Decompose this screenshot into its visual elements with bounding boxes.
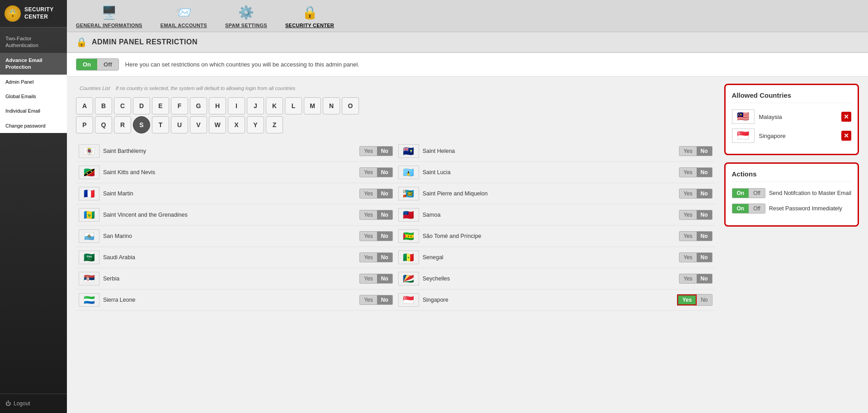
security-center-icon: 🔒 — [5, 5, 21, 22]
yes-button[interactable]: Yes — [360, 295, 377, 304]
country-flag: 🇵🇲 — [398, 187, 419, 200]
yes-button[interactable]: Yes — [360, 210, 377, 219]
nav-email-accounts[interactable]: 📨 Email Accounts — [160, 4, 207, 28]
alpha-btn-e[interactable]: E — [152, 97, 169, 114]
no-button[interactable]: No — [697, 232, 712, 241]
alpha-btn-y[interactable]: Y — [247, 116, 264, 133]
alpha-btn-m[interactable]: M — [304, 97, 321, 114]
actions-list: OnOffSend Notifcation to Master EmailOnO… — [732, 188, 852, 214]
yes-no-toggle: YesNo — [359, 146, 393, 156]
no-button[interactable]: No — [377, 168, 392, 177]
allowed-countries-panel: Allowed Countries 🇲🇾Malaysia✕🇸🇬Singapore… — [724, 84, 859, 155]
nav-security-center[interactable]: 🔒 Security Center — [285, 4, 334, 28]
yes-button[interactable]: Yes — [360, 253, 377, 262]
yes-button[interactable]: Yes — [360, 232, 377, 241]
no-button[interactable]: No — [377, 295, 392, 304]
logout-button[interactable]: ⏻ Logout — [0, 394, 67, 413]
alpha-btn-w[interactable]: W — [209, 116, 226, 133]
country-name: Singapore — [423, 297, 674, 303]
alpha-btn-q[interactable]: Q — [95, 116, 112, 133]
yes-button[interactable]: Yes — [679, 210, 697, 219]
country-entry: 🇸🇳SenegalYesNo — [396, 247, 715, 268]
country-list-scroll: 🇧🇱Saint BarthélemyYesNo🇸🇭Saint HelenaYes… — [76, 141, 715, 311]
alpha-btn-z[interactable]: Z — [266, 116, 283, 133]
country-flag: 🇧🇱 — [79, 144, 99, 158]
yes-button[interactable]: Yes — [679, 147, 697, 156]
yes-button[interactable]: Yes — [679, 232, 697, 241]
no-button[interactable]: No — [377, 147, 392, 156]
yes-button[interactable]: Yes — [360, 274, 377, 283]
sidebar-item-individual-email[interactable]: Individual Email — [0, 104, 67, 118]
action-label: Reset Password Immediately — [769, 205, 851, 212]
no-button[interactable]: No — [697, 274, 712, 283]
no-button[interactable]: No — [697, 147, 712, 156]
alpha-btn-x[interactable]: X — [228, 116, 245, 133]
alpha-btn-d[interactable]: D — [133, 97, 150, 114]
allowed-countries-list: 🇲🇾Malaysia✕🇸🇬Singapore✕ — [732, 109, 852, 143]
no-button[interactable]: No — [697, 168, 712, 177]
alpha-btn-i[interactable]: I — [228, 97, 245, 114]
yes-button[interactable]: Yes — [679, 189, 697, 198]
alpha-btn-c[interactable]: C — [114, 97, 131, 114]
sidebar-item-change-password[interactable]: Change password — [0, 119, 67, 133]
alpha-btn-g[interactable]: G — [190, 97, 207, 114]
lock-icon: 🔒 — [76, 37, 87, 47]
alpha-btn-u[interactable]: U — [171, 116, 188, 133]
no-button[interactable]: No — [377, 253, 392, 262]
alpha-btn-k[interactable]: K — [266, 97, 283, 114]
on-off-toggle: On Off — [76, 58, 119, 71]
alpha-btn-a[interactable]: A — [76, 97, 93, 114]
nav-spam-settings[interactable]: ⚙️ Spam Settings — [225, 4, 267, 28]
yes-button[interactable]: Yes — [679, 168, 697, 177]
alpha-btn-p[interactable]: P — [76, 116, 93, 133]
yes-button[interactable]: Yes — [360, 189, 377, 198]
toggle-on-button[interactable]: On — [76, 59, 97, 70]
alpha-btn-s[interactable]: S — [133, 116, 150, 133]
sidebar-item-global-emails[interactable]: Global Emails — [0, 89, 67, 104]
country-pair: 🇻🇨Saint Vincent and the GrenadinesYesNo🇼… — [76, 204, 715, 226]
yes-button[interactable]: Yes — [360, 168, 377, 177]
country-flag: 🇸🇦 — [79, 251, 99, 264]
action-on-button[interactable]: On — [732, 204, 749, 213]
alpha-btn-t[interactable]: T — [152, 116, 169, 133]
no-button[interactable]: No — [697, 210, 712, 219]
no-button[interactable]: No — [697, 294, 712, 305]
remove-country-button[interactable]: ✕ — [841, 112, 851, 122]
action-off-button[interactable]: Off — [749, 189, 765, 198]
yes-button[interactable]: Yes — [360, 147, 377, 156]
nav-email-label: Email Accounts — [160, 23, 207, 28]
nav-general-informations[interactable]: 🖥️ General Informations — [76, 4, 142, 28]
country-flag: 🇲🇫 — [79, 187, 99, 200]
yes-button[interactable]: Yes — [677, 294, 697, 305]
alpha-btn-o[interactable]: O — [342, 97, 359, 114]
alpha-btn-v[interactable]: V — [190, 116, 207, 133]
no-button[interactable]: No — [377, 210, 392, 219]
country-rows: 🇧🇱Saint BarthélemyYesNo🇸🇭Saint HelenaYes… — [76, 141, 715, 311]
alpha-btn-f[interactable]: F — [171, 97, 188, 114]
action-on-button[interactable]: On — [732, 189, 749, 198]
toggle-off-button[interactable]: Off — [97, 59, 118, 70]
sidebar-item-advance-email[interactable]: Advance Email Protection — [0, 53, 67, 75]
nav-general-label: General Informations — [76, 23, 142, 28]
no-button[interactable]: No — [377, 274, 392, 283]
alpha-btn-h[interactable]: H — [209, 97, 226, 114]
action-toggle-reset-password: OnOff — [732, 204, 765, 214]
no-button[interactable]: No — [377, 232, 392, 241]
yes-no-toggle: YesNo — [359, 274, 393, 284]
alpha-btn-l[interactable]: L — [285, 97, 302, 114]
yes-button[interactable]: Yes — [679, 253, 697, 262]
alpha-btn-j[interactable]: J — [247, 97, 264, 114]
yes-button[interactable]: Yes — [679, 274, 697, 283]
no-button[interactable]: No — [377, 189, 392, 198]
sidebar-item-admin-panel[interactable]: Admin Panel — [0, 75, 67, 89]
no-button[interactable]: No — [697, 189, 712, 198]
alpha-btn-r[interactable]: R — [114, 116, 131, 133]
actions-panel: Actions OnOffSend Notifcation to Master … — [724, 162, 859, 227]
no-button[interactable]: No — [697, 253, 712, 262]
action-off-button[interactable]: Off — [749, 204, 765, 213]
sidebar-item-two-factor[interactable]: Two-Factor Authentication — [0, 31, 67, 53]
alpha-btn-b[interactable]: B — [95, 97, 112, 114]
countries-section: Countries List If no country is selected… — [67, 76, 868, 318]
alpha-btn-n[interactable]: N — [323, 97, 340, 114]
remove-country-button[interactable]: ✕ — [841, 131, 851, 141]
